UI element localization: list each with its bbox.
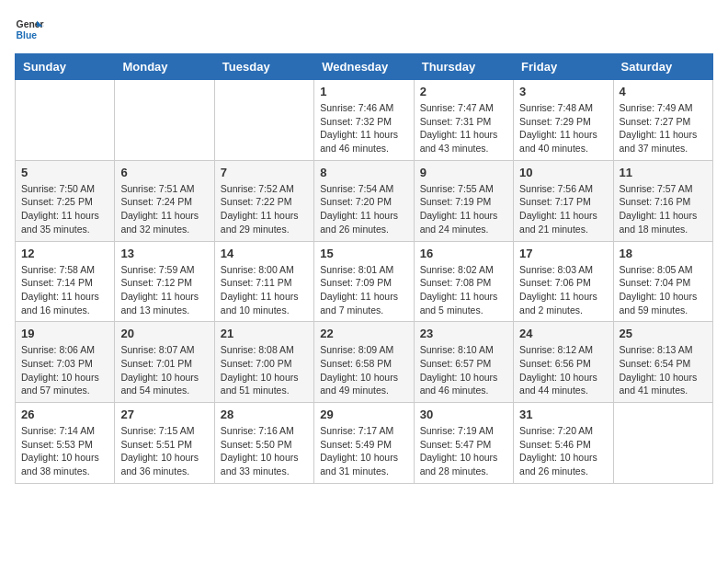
day-number: 27	[120, 408, 208, 421]
calendar-cell: 30Sunrise: 7:19 AM Sunset: 5:47 PM Dayli…	[414, 403, 513, 484]
page-header: General Blue	[15, 15, 713, 44]
day-info: Sunrise: 7:16 AM Sunset: 5:50 PM Dayligh…	[221, 424, 308, 478]
day-info: Sunrise: 8:02 AM Sunset: 7:08 PM Dayligh…	[420, 263, 507, 317]
calendar-cell: 11Sunrise: 7:57 AM Sunset: 7:16 PM Dayli…	[613, 160, 712, 241]
day-number: 4	[620, 85, 707, 98]
day-number: 9	[420, 166, 507, 179]
day-info: Sunrise: 8:05 AM Sunset: 7:04 PM Dayligh…	[620, 263, 707, 317]
day-number: 3	[519, 85, 607, 98]
day-number: 1	[320, 85, 407, 98]
calendar-cell: 21Sunrise: 8:08 AM Sunset: 7:00 PM Dayli…	[214, 322, 313, 403]
calendar-cell: 22Sunrise: 8:09 AM Sunset: 6:58 PM Dayli…	[314, 322, 414, 403]
day-number: 25	[620, 327, 707, 340]
calendar-cell: 15Sunrise: 8:01 AM Sunset: 7:09 PM Dayli…	[314, 241, 414, 322]
day-info: Sunrise: 7:49 AM Sunset: 7:27 PM Dayligh…	[620, 101, 707, 155]
day-info: Sunrise: 7:14 AM Sunset: 5:53 PM Dayligh…	[21, 424, 108, 478]
calendar-cell: 19Sunrise: 8:06 AM Sunset: 7:03 PM Dayli…	[16, 322, 115, 403]
day-number: 19	[21, 327, 108, 340]
calendar-header: SundayMondayTuesdayWednesdayThursdayFrid…	[16, 54, 713, 80]
day-info: Sunrise: 7:56 AM Sunset: 7:17 PM Dayligh…	[519, 182, 607, 236]
calendar-cell	[613, 403, 712, 484]
calendar-cell: 9Sunrise: 7:55 AM Sunset: 7:19 PM Daylig…	[414, 160, 513, 241]
calendar-cell: 27Sunrise: 7:15 AM Sunset: 5:51 PM Dayli…	[115, 403, 214, 484]
day-info: Sunrise: 7:57 AM Sunset: 7:16 PM Dayligh…	[620, 182, 707, 236]
day-info: Sunrise: 7:47 AM Sunset: 7:31 PM Dayligh…	[420, 101, 507, 155]
svg-text:Blue: Blue	[17, 30, 38, 40]
day-info: Sunrise: 7:52 AM Sunset: 7:22 PM Dayligh…	[221, 182, 308, 236]
calendar-cell: 24Sunrise: 8:12 AM Sunset: 6:56 PM Dayli…	[514, 322, 613, 403]
day-number: 6	[120, 166, 208, 179]
calendar-cell: 12Sunrise: 7:58 AM Sunset: 7:14 PM Dayli…	[16, 241, 115, 322]
calendar-cell: 20Sunrise: 8:07 AM Sunset: 7:01 PM Dayli…	[115, 322, 214, 403]
day-info: Sunrise: 8:07 AM Sunset: 7:01 PM Dayligh…	[120, 343, 208, 397]
day-number: 17	[519, 247, 607, 260]
day-info: Sunrise: 7:15 AM Sunset: 5:51 PM Dayligh…	[120, 424, 208, 478]
calendar-week-1: 1Sunrise: 7:46 AM Sunset: 7:32 PM Daylig…	[16, 80, 713, 161]
day-number: 26	[21, 408, 108, 421]
day-number: 2	[420, 85, 507, 98]
day-number: 13	[120, 247, 208, 260]
day-number: 23	[420, 327, 507, 340]
day-number: 22	[320, 327, 407, 340]
calendar-cell	[16, 80, 115, 161]
day-info: Sunrise: 7:54 AM Sunset: 7:20 PM Dayligh…	[320, 182, 407, 236]
weekday-header-saturday: Saturday	[613, 54, 712, 80]
day-info: Sunrise: 8:12 AM Sunset: 6:56 PM Dayligh…	[519, 343, 607, 397]
day-number: 28	[221, 408, 308, 421]
calendar-cell: 7Sunrise: 7:52 AM Sunset: 7:22 PM Daylig…	[214, 160, 313, 241]
calendar-cell: 5Sunrise: 7:50 AM Sunset: 7:25 PM Daylig…	[16, 160, 115, 241]
calendar-cell: 26Sunrise: 7:14 AM Sunset: 5:53 PM Dayli…	[16, 403, 115, 484]
calendar-cell: 2Sunrise: 7:47 AM Sunset: 7:31 PM Daylig…	[414, 80, 513, 161]
calendar-cell	[214, 80, 313, 161]
calendar-cell: 28Sunrise: 7:16 AM Sunset: 5:50 PM Dayli…	[214, 403, 313, 484]
day-info: Sunrise: 7:58 AM Sunset: 7:14 PM Dayligh…	[21, 263, 108, 317]
day-info: Sunrise: 8:00 AM Sunset: 7:11 PM Dayligh…	[221, 263, 308, 317]
weekday-header-monday: Monday	[115, 54, 214, 80]
calendar-week-2: 5Sunrise: 7:50 AM Sunset: 7:25 PM Daylig…	[16, 160, 713, 241]
day-info: Sunrise: 7:51 AM Sunset: 7:24 PM Dayligh…	[120, 182, 208, 236]
weekday-header-wednesday: Wednesday	[314, 54, 414, 80]
day-info: Sunrise: 8:13 AM Sunset: 6:54 PM Dayligh…	[620, 343, 707, 397]
day-number: 7	[221, 166, 308, 179]
day-info: Sunrise: 8:08 AM Sunset: 7:00 PM Dayligh…	[221, 343, 308, 397]
weekday-header-sunday: Sunday	[16, 54, 115, 80]
calendar-cell: 25Sunrise: 8:13 AM Sunset: 6:54 PM Dayli…	[613, 322, 712, 403]
weekday-header-tuesday: Tuesday	[214, 54, 313, 80]
day-info: Sunrise: 8:03 AM Sunset: 7:06 PM Dayligh…	[519, 263, 607, 317]
day-number: 29	[320, 408, 407, 421]
day-info: Sunrise: 7:17 AM Sunset: 5:49 PM Dayligh…	[320, 424, 407, 478]
calendar-cell: 1Sunrise: 7:46 AM Sunset: 7:32 PM Daylig…	[314, 80, 414, 161]
day-number: 16	[420, 247, 507, 260]
calendar-week-4: 19Sunrise: 8:06 AM Sunset: 7:03 PM Dayli…	[16, 322, 713, 403]
calendar-week-5: 26Sunrise: 7:14 AM Sunset: 5:53 PM Dayli…	[16, 403, 713, 484]
day-number: 10	[519, 166, 607, 179]
day-info: Sunrise: 7:50 AM Sunset: 7:25 PM Dayligh…	[21, 182, 108, 236]
day-number: 30	[420, 408, 507, 421]
day-info: Sunrise: 8:10 AM Sunset: 6:57 PM Dayligh…	[420, 343, 507, 397]
day-number: 12	[21, 247, 108, 260]
calendar-cell: 8Sunrise: 7:54 AM Sunset: 7:20 PM Daylig…	[314, 160, 414, 241]
day-info: Sunrise: 8:06 AM Sunset: 7:03 PM Dayligh…	[21, 343, 108, 397]
calendar-cell: 29Sunrise: 7:17 AM Sunset: 5:49 PM Dayli…	[314, 403, 414, 484]
calendar-cell: 14Sunrise: 8:00 AM Sunset: 7:11 PM Dayli…	[214, 241, 313, 322]
calendar-week-3: 12Sunrise: 7:58 AM Sunset: 7:14 PM Dayli…	[16, 241, 713, 322]
day-number: 21	[221, 327, 308, 340]
calendar-cell: 23Sunrise: 8:10 AM Sunset: 6:57 PM Dayli…	[414, 322, 513, 403]
calendar-cell	[115, 80, 214, 161]
day-number: 11	[620, 166, 707, 179]
day-number: 18	[620, 247, 707, 260]
calendar-cell: 6Sunrise: 7:51 AM Sunset: 7:24 PM Daylig…	[115, 160, 214, 241]
day-info: Sunrise: 7:19 AM Sunset: 5:47 PM Dayligh…	[420, 424, 507, 478]
day-info: Sunrise: 7:48 AM Sunset: 7:29 PM Dayligh…	[519, 101, 607, 155]
day-number: 20	[120, 327, 208, 340]
logo-icon: General Blue	[15, 15, 44, 44]
calendar-table: SundayMondayTuesdayWednesdayThursdayFrid…	[15, 53, 713, 484]
logo: General Blue	[15, 15, 48, 44]
calendar-cell: 31Sunrise: 7:20 AM Sunset: 5:46 PM Dayli…	[514, 403, 613, 484]
day-info: Sunrise: 7:20 AM Sunset: 5:46 PM Dayligh…	[519, 424, 607, 478]
calendar-cell: 16Sunrise: 8:02 AM Sunset: 7:08 PM Dayli…	[414, 241, 513, 322]
day-number: 15	[320, 247, 407, 260]
calendar-cell: 10Sunrise: 7:56 AM Sunset: 7:17 PM Dayli…	[514, 160, 613, 241]
day-info: Sunrise: 8:01 AM Sunset: 7:09 PM Dayligh…	[320, 263, 407, 317]
day-number: 5	[21, 166, 108, 179]
